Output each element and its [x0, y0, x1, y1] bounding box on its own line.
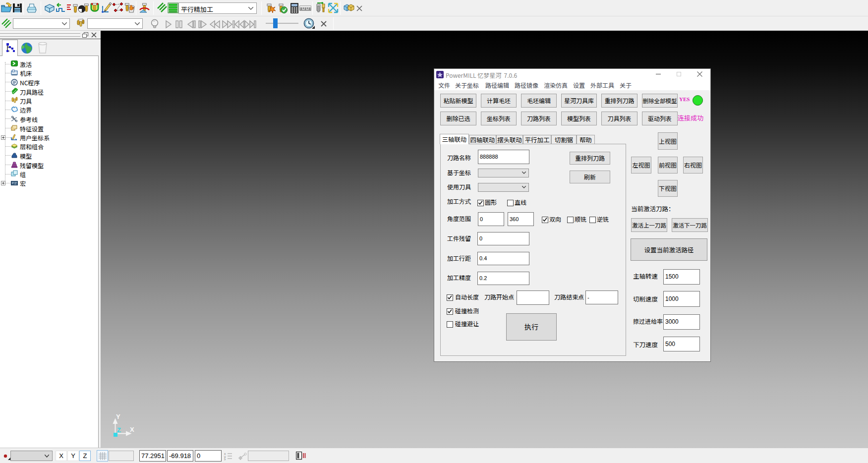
svg-text:z: z: [224, 458, 226, 461]
svg-text:Z: Z: [117, 426, 121, 434]
svg-text:Y: Y: [116, 413, 120, 420]
svg-text:X: X: [130, 426, 134, 433]
